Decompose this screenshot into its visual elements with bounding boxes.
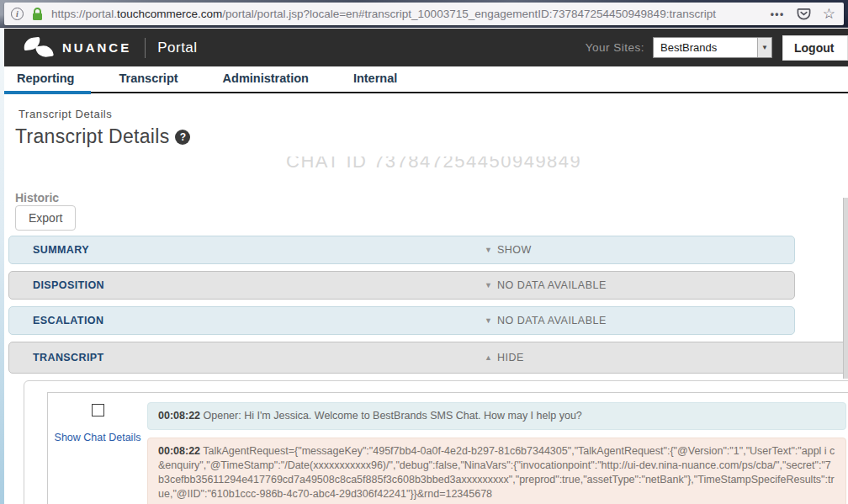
accordion-summary-state: SHOW	[497, 244, 532, 256]
accordion-escalation-toggle: ▼ NO DATA AVAILABLE	[485, 315, 607, 326]
accordion-escalation-state: NO DATA AVAILABLE	[497, 315, 607, 326]
tab-transcript[interactable]: Transcript	[102, 66, 194, 93]
message-timestamp: 00:08:22	[158, 445, 200, 457]
accordion-summary-label: SUMMARY	[33, 244, 89, 256]
url-text: https://portal.touchcommerce.com/portal/…	[51, 8, 764, 20]
accordion-transcript-state: HIDE	[497, 352, 524, 363]
tab-internal[interactable]: Internal	[337, 66, 414, 93]
site-select-value: BestBrands	[660, 41, 717, 54]
your-sites-label: Your Sites:	[586, 41, 644, 54]
help-icon[interactable]: ?	[175, 130, 190, 145]
accordion-summary[interactable]: SUMMARY ▼ SHOW	[8, 236, 795, 264]
window-edge-strip	[0, 29, 4, 504]
tab-reporting[interactable]: Reporting	[0, 66, 91, 93]
browser-window: i https://portal.touchcommerce.com/porta…	[0, 0, 848, 504]
accordion-transcript-label: TRANSCRIPT	[33, 352, 104, 363]
accordion-transcript-toggle: ▲ HIDE	[485, 352, 524, 363]
nuance-logo-icon	[24, 37, 56, 59]
message-timestamp: 00:08:22	[158, 410, 200, 422]
browser-chrome: i https://portal.touchcommerce.com/porta…	[0, 0, 848, 28]
chevron-down-icon: ▼	[485, 281, 492, 289]
accordion-escalation[interactable]: ESCALATION ▼ NO DATA AVAILABLE	[8, 306, 795, 335]
scrollbar-thumb[interactable]	[843, 198, 848, 379]
https-lock-icon[interactable]	[31, 7, 44, 21]
main-nav: Reporting Transcript Administration Inte…	[0, 66, 848, 93]
message-text: Opener: Hi I'm Jessica. Welcome to BestB…	[204, 410, 582, 422]
page-title-row: Transcript Details ?	[15, 125, 190, 148]
product-name: Portal	[157, 40, 197, 56]
select-arrow-icon[interactable]: ▼	[757, 38, 771, 57]
brand: NUANCE Portal	[24, 37, 198, 59]
message-text: TalkAgentRequest={"messageKey":"495f7bb4…	[158, 445, 835, 500]
tab-administration[interactable]: Administration	[206, 66, 326, 93]
page-actions-icon[interactable]: •••	[771, 8, 785, 20]
brand-divider	[145, 38, 146, 58]
logout-button[interactable]: Logout	[782, 35, 848, 61]
show-chat-details-label[interactable]: Show Chat Details	[48, 432, 147, 443]
chat-message-agent: 00:08:22 Opener: Hi I'm Jessica. Welcome…	[147, 402, 846, 430]
site-select[interactable]: BestBrands ▼	[653, 37, 772, 58]
url-bar[interactable]: i https://portal.touchcommerce.com/porta…	[4, 3, 844, 25]
chat-controls: Show Chat Details	[48, 393, 147, 504]
header-right: Your Sites: BestBrands ▼ Logout	[586, 35, 848, 61]
page-title: Transcript Details	[15, 125, 169, 148]
accordion-summary-toggle: ▼ SHOW	[485, 244, 532, 256]
url-actions: ••• ☆	[771, 7, 837, 21]
pocket-icon[interactable]	[797, 7, 811, 21]
chat-id-watermark: CHAT ID 737847254450949849	[286, 157, 639, 176]
transcript-panel: Show Chat Details 00:08:22 Opener: Hi I'…	[24, 380, 848, 504]
export-button[interactable]: Export	[15, 205, 76, 231]
historic-label: Historic	[15, 191, 59, 204]
url-path: /portal/portal.jsp?locale=en#transcript_…	[222, 8, 716, 20]
chat-id-watermark-text: CHAT ID 737847254450949849	[286, 157, 639, 172]
chevron-down-icon: ▼	[485, 316, 492, 325]
show-chat-details-checkbox[interactable]	[92, 404, 104, 416]
url-domain: touchcommerce.com	[117, 8, 222, 20]
brand-name: NUANCE	[62, 40, 131, 55]
url-scheme: https://portal.	[51, 8, 117, 20]
bookmark-star-icon[interactable]: ☆	[823, 7, 835, 21]
app-header: NUANCE Portal Your Sites: BestBrands ▼ L…	[0, 29, 848, 66]
transcript-table: Show Chat Details 00:08:22 Opener: Hi I'…	[47, 392, 848, 504]
accordion-transcript[interactable]: TRANSCRIPT ▲ HIDE	[8, 342, 848, 374]
accordion-disposition-state: NO DATA AVAILABLE	[497, 279, 607, 291]
page-info-icon[interactable]: i	[11, 8, 24, 20]
accordion-escalation-label: ESCALATION	[33, 315, 103, 326]
chat-row: Show Chat Details 00:08:22 Opener: Hi I'…	[48, 393, 846, 504]
chevron-down-icon: ▼	[485, 246, 492, 254]
accordion-disposition-label: DISPOSITION	[33, 279, 104, 291]
accordion-disposition[interactable]: DISPOSITION ▼ NO DATA AVAILABLE	[8, 271, 795, 300]
chat-message-system: 00:08:22 TalkAgentRequest={"messageKey":…	[147, 438, 846, 504]
breadcrumb: Transcript Details	[19, 108, 112, 120]
chat-messages: 00:08:22 Opener: Hi I'm Jessica. Welcome…	[147, 393, 846, 504]
accordion-disposition-toggle: ▼ NO DATA AVAILABLE	[485, 279, 607, 291]
chevron-up-icon: ▲	[485, 353, 492, 362]
